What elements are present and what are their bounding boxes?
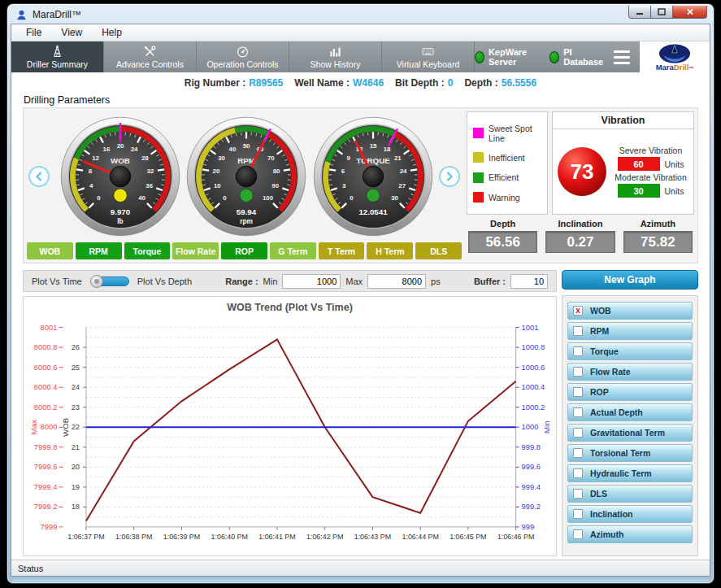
legend-label: Efficient bbox=[489, 172, 519, 182]
checkbox-unchecked[interactable] bbox=[573, 529, 583, 539]
plot-mode-toggle[interactable] bbox=[90, 275, 129, 288]
range-max-input[interactable] bbox=[367, 274, 426, 289]
status-text: Status bbox=[18, 564, 43, 573]
buffer-input[interactable] bbox=[510, 274, 548, 289]
info-field-depth-: Depth :56.5556 bbox=[464, 75, 536, 89]
info-label: Bit Depth : bbox=[395, 77, 445, 89]
series-option-flow-rate[interactable]: Flow Rate bbox=[567, 363, 693, 381]
series-option-label: Hydraulic Term bbox=[590, 468, 652, 478]
tab-driller-summary[interactable]: Driller Summary bbox=[11, 41, 104, 72]
menu-item-file[interactable]: File bbox=[16, 25, 51, 40]
indicator-label: PI Database bbox=[563, 47, 605, 67]
series-option-azimuth[interactable]: Azimuth bbox=[567, 525, 693, 543]
checkbox-checked[interactable]: x bbox=[573, 306, 583, 316]
legend-item-warning: Warning bbox=[473, 192, 541, 203]
app-window: MaraDrill™ FileViewHelp Driller SummaryA… bbox=[7, 4, 714, 583]
svg-text:999.6: 999.6 bbox=[522, 463, 541, 471]
minimize-button[interactable] bbox=[628, 6, 651, 19]
svg-text:30: 30 bbox=[391, 194, 398, 201]
param-button-t-term[interactable]: T Term bbox=[319, 242, 365, 259]
svg-text:20: 20 bbox=[213, 168, 220, 175]
param-button-h-term[interactable]: H Term bbox=[367, 242, 413, 259]
menu-item-view[interactable]: View bbox=[51, 25, 92, 40]
status-bar: Status bbox=[11, 560, 710, 576]
checkbox-unchecked[interactable] bbox=[573, 448, 583, 458]
checkbox-unchecked[interactable] bbox=[573, 428, 583, 438]
chevron-right-icon bbox=[445, 172, 454, 181]
param-button-wob[interactable]: WOB bbox=[27, 242, 73, 259]
tab-advance-controls[interactable]: Advance Controls bbox=[104, 41, 197, 72]
svg-text:59.94: 59.94 bbox=[237, 207, 257, 216]
svg-text:19: 19 bbox=[72, 483, 80, 491]
checkbox-unchecked[interactable] bbox=[573, 509, 583, 519]
series-option-label: WOB bbox=[590, 306, 611, 316]
series-option-label: Torsional Term bbox=[590, 448, 650, 458]
legend-item-inefficient: Inefficient bbox=[473, 152, 541, 163]
severe-vibration-value: 60 bbox=[618, 157, 660, 171]
svg-text:1:06:40 PM: 1:06:40 PM bbox=[211, 534, 248, 542]
param-button-dls[interactable]: DLS bbox=[415, 242, 462, 259]
svg-text:70: 70 bbox=[267, 155, 275, 162]
tab-show-history[interactable]: Show History bbox=[289, 41, 382, 72]
menu-item-help[interactable]: Help bbox=[92, 25, 132, 40]
svg-text:27: 27 bbox=[399, 181, 406, 189]
gauge-zone: 0481216202428323640WOB9.970lb01020304050… bbox=[27, 111, 462, 259]
param-button-rpm[interactable]: RPM bbox=[76, 242, 122, 259]
series-option-dls[interactable]: DLS bbox=[567, 485, 693, 503]
checkbox-unchecked[interactable] bbox=[573, 468, 583, 478]
previous-gauge-button[interactable] bbox=[28, 166, 50, 187]
maximize-button[interactable] bbox=[651, 6, 673, 19]
gauge-torque: 036912151821242730TORQUE12.0541 bbox=[312, 115, 434, 237]
legend-label: Inefficient bbox=[489, 153, 525, 163]
param-button-flow-rate[interactable]: Flow Rate bbox=[172, 242, 219, 259]
series-option-rop[interactable]: ROP bbox=[567, 383, 693, 401]
plot-vs-depth-label: Plot Vs Depth bbox=[137, 277, 192, 286]
series-option-rpm[interactable]: RPM bbox=[567, 322, 693, 340]
trend-chart-panel: WOB Trend (Plot Vs Time) 79997999.27999.… bbox=[23, 296, 557, 556]
param-button-torque[interactable]: Torque bbox=[124, 242, 171, 259]
vibration-panel: Vibration 73 Severe Vibration 60 Units M… bbox=[552, 111, 694, 215]
svg-text:4: 4 bbox=[89, 181, 93, 189]
series-option-torque[interactable]: Torque bbox=[567, 342, 693, 360]
param-button-rop[interactable]: ROP bbox=[221, 242, 267, 259]
checkbox-unchecked[interactable] bbox=[573, 407, 583, 417]
brand-logo: MaraDrill™ bbox=[640, 41, 710, 72]
param-button-g-term[interactable]: G Term bbox=[270, 242, 316, 259]
svg-text:1000.2: 1000.2 bbox=[522, 403, 545, 412]
checkbox-unchecked[interactable] bbox=[573, 387, 583, 397]
indicator-kepware-server: KepWare Server bbox=[475, 47, 541, 67]
toggle-knob[interactable] bbox=[90, 275, 103, 288]
legend-swatch-icon bbox=[473, 192, 484, 203]
tab-operation-controls[interactable]: Operation Controls bbox=[197, 41, 289, 72]
svg-text:8: 8 bbox=[88, 168, 92, 175]
series-option-hydraulic-term[interactable]: Hydraulic Term bbox=[567, 464, 693, 482]
svg-text:23: 23 bbox=[72, 403, 80, 412]
series-option-gravitational-term[interactable]: Gravitational Term bbox=[567, 424, 693, 442]
toolbar-row: Driller SummaryAdvance ControlsOperation… bbox=[11, 41, 710, 72]
legend-item-sweet-spot-line: Sweet Spot Line bbox=[473, 124, 541, 143]
logo-head-icon bbox=[655, 42, 694, 63]
tab-virtual-keyboard[interactable]: Virtual Keyboard bbox=[382, 41, 475, 72]
legend-label: Sweet Spot Line bbox=[489, 124, 541, 143]
svg-text:lb: lb bbox=[117, 217, 123, 224]
series-option-torsional-term[interactable]: Torsional Term bbox=[567, 444, 693, 462]
tab-label: Virtual Keyboard bbox=[397, 59, 459, 69]
checkbox-unchecked[interactable] bbox=[573, 326, 583, 336]
series-option-actual-depth[interactable]: Actual Depth bbox=[567, 403, 693, 421]
series-option-wob[interactable]: xWOB bbox=[567, 302, 693, 320]
series-option-inclination[interactable]: Inclination bbox=[567, 505, 693, 523]
readout-inclination: Inclination0.27 bbox=[545, 219, 615, 259]
svg-text:Min: Min bbox=[542, 420, 551, 433]
new-graph-button[interactable]: New Graph bbox=[562, 270, 698, 290]
series-option-label: Inclination bbox=[590, 509, 633, 519]
hamburger-menu-icon[interactable] bbox=[614, 50, 630, 64]
checkbox-unchecked[interactable] bbox=[573, 489, 583, 499]
svg-text:24: 24 bbox=[72, 383, 80, 391]
checkbox-unchecked[interactable] bbox=[573, 367, 583, 377]
units-label: Units bbox=[665, 159, 684, 169]
range-min-input[interactable] bbox=[282, 274, 341, 289]
next-gauge-button[interactable] bbox=[439, 166, 460, 187]
close-button[interactable] bbox=[673, 6, 707, 19]
readout-value: 75.82 bbox=[623, 231, 693, 253]
checkbox-unchecked[interactable] bbox=[573, 346, 583, 356]
